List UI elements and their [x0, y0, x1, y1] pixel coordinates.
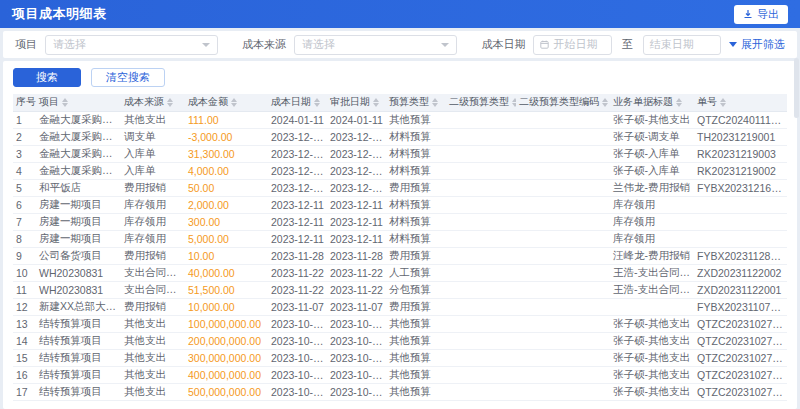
- cell: 2023-12-19: [327, 145, 386, 162]
- cell: 200,000,000.00: [185, 332, 268, 349]
- column-label: 成本金额: [188, 96, 228, 107]
- sort-icon[interactable]: [373, 98, 379, 107]
- cell: 5,000.00: [185, 230, 268, 247]
- date-end-input[interactable]: 结束日期: [643, 35, 721, 55]
- column-header[interactable]: 审批日期: [327, 94, 386, 111]
- cell: 金融大厦采购项目: [36, 145, 121, 162]
- search-button[interactable]: 搜索: [13, 68, 81, 87]
- cell: 支出合同执行: [121, 264, 185, 281]
- table-row[interactable]: 6房建一期项目库存领用2,000.002023-12-112023-12-11材…: [13, 196, 787, 213]
- column-label: 审批日期: [330, 96, 370, 107]
- table-row[interactable]: 3金融大厦采购项目入库单31,300.002023-12-192023-12-1…: [13, 145, 787, 162]
- table-row[interactable]: 7房建一期项目库存领用300.002023-12-112023-12-11材料预…: [13, 213, 787, 230]
- column-header[interactable]: 业务单据标题: [610, 94, 694, 111]
- cell: 其他预算: [386, 111, 446, 128]
- column-header[interactable]: 二级预算类型编码: [516, 94, 610, 111]
- column-header[interactable]: 成本日期: [268, 94, 327, 111]
- table-row[interactable]: 2金融大厦采购项目调支单-3,000.002023-12-192023-12-1…: [13, 128, 787, 145]
- sort-icon[interactable]: [602, 98, 608, 107]
- column-label: 预算类型: [389, 96, 429, 107]
- cell: 5: [13, 179, 36, 196]
- project-select[interactable]: 请选择: [45, 35, 218, 55]
- cell: 王浩-支出合同执行: [610, 281, 694, 298]
- cell: 库存领用: [121, 230, 185, 247]
- cell: 材料预算: [386, 145, 446, 162]
- cell: ZXD20231122001: [694, 281, 787, 298]
- cell: [446, 179, 516, 196]
- vertical-scrollbar[interactable]: [794, 58, 799, 118]
- column-label: 二级预算类型: [449, 96, 509, 107]
- sort-icon[interactable]: [167, 98, 173, 107]
- table-row[interactable]: 14结转预算项目其他支出200,000,000.002023-10-272023…: [13, 332, 787, 349]
- column-header[interactable]: 二级预算类型: [446, 94, 516, 111]
- table-row[interactable]: 5和平饭店费用报销50.002023-12-162023-12-16费用预算兰伟…: [13, 179, 787, 196]
- column-label: 成本来源: [124, 96, 164, 107]
- cell: 其他预算: [386, 383, 446, 400]
- column-header[interactable]: 成本来源: [121, 94, 185, 111]
- cell: 2023-10-27: [327, 349, 386, 366]
- sort-icon[interactable]: [676, 98, 682, 107]
- cell: 张子硕-调支单: [610, 128, 694, 145]
- column-header[interactable]: 项目: [36, 94, 121, 111]
- cell: 金融大厦采购项目: [36, 111, 121, 128]
- cell: ZXD20231122002: [694, 264, 787, 281]
- cell: 张子硕-入库单: [610, 162, 694, 179]
- cell: [446, 281, 516, 298]
- sort-icon[interactable]: [432, 98, 438, 107]
- cell: [516, 315, 610, 332]
- cell: 其他预算: [386, 332, 446, 349]
- cell: 11: [13, 281, 36, 298]
- table-row[interactable]: 4金融大厦采购项目入库单4,000.002023-12-192023-12-19…: [13, 162, 787, 179]
- cell: 100,000,000.00: [185, 315, 268, 332]
- sort-icon[interactable]: [512, 98, 516, 107]
- cell: 兰伟龙-费用报销: [610, 179, 694, 196]
- cell: [446, 213, 516, 230]
- source-select[interactable]: 请选择: [294, 35, 457, 55]
- cell: [516, 196, 610, 213]
- cell: 2023-10-27: [268, 383, 327, 400]
- cell: 张子硕-其他支出: [610, 332, 694, 349]
- cell: 12: [13, 298, 36, 315]
- column-header[interactable]: 序号: [13, 94, 36, 111]
- cell: [446, 298, 516, 315]
- table-row[interactable]: 9公司备货项目费用报销10.002023-11-282023-11-28费用预算…: [13, 247, 787, 264]
- cell: 入库单: [121, 145, 185, 162]
- cell: 400,000,000.00: [185, 366, 268, 383]
- cell: 金融大厦采购项目: [36, 128, 121, 145]
- cell: [516, 145, 610, 162]
- sort-icon[interactable]: [231, 98, 237, 107]
- export-button[interactable]: 导出: [734, 5, 788, 24]
- column-header[interactable]: 预算类型: [386, 94, 446, 111]
- cell: 500,000,000.00: [185, 383, 268, 400]
- table-row[interactable]: 17结转预算项目其他支出500,000,000.002023-10-272023…: [13, 383, 787, 400]
- table-row[interactable]: 11WH20230831支出合同执行51,500.002023-11-22202…: [13, 281, 787, 298]
- table-row[interactable]: 12新建XX总部大厦工程二期费用报销10,000.002023-11-07202…: [13, 298, 787, 315]
- cell: 2023-11-22: [268, 264, 327, 281]
- column-header[interactable]: 成本金额: [185, 94, 268, 111]
- table-row[interactable]: 10WH20230831支出合同执行40,000.002023-11-22202…: [13, 264, 787, 281]
- cell: QTZC20231027002: [694, 366, 787, 383]
- cell: [516, 281, 610, 298]
- sort-icon[interactable]: [720, 98, 726, 107]
- cell: 材料预算: [386, 196, 446, 213]
- source-filter-label: 成本来源: [242, 37, 286, 52]
- table-row[interactable]: 13结转预算项目其他支出100,000,000.002023-10-272023…: [13, 315, 787, 332]
- clear-search-button[interactable]: 清空搜索: [91, 68, 165, 87]
- sort-icon[interactable]: [62, 98, 68, 107]
- cell: 2023-12-11: [268, 213, 327, 230]
- table-row[interactable]: 15结转预算项目其他支出300,000,000.002023-10-272023…: [13, 349, 787, 366]
- table-row[interactable]: 16结转预算项目其他支出400,000,000.002023-10-272023…: [13, 366, 787, 383]
- cell: 其他预算: [386, 366, 446, 383]
- cell: 费用预算: [386, 298, 446, 315]
- cell: 13: [13, 315, 36, 332]
- column-header[interactable]: 单号: [694, 94, 787, 111]
- expand-filter-link[interactable]: 展开筛选: [729, 37, 785, 52]
- expand-filter-label: 展开筛选: [741, 37, 785, 52]
- cell: FYBX20231216001: [694, 179, 787, 196]
- date-start-input[interactable]: 开始日期: [533, 35, 611, 55]
- cell: 14: [13, 332, 36, 349]
- table-row[interactable]: 1金融大厦采购项目其他支出111.002024-01-112024-01-11其…: [13, 111, 787, 128]
- sort-icon[interactable]: [314, 98, 320, 107]
- cell: [446, 383, 516, 400]
- table-row[interactable]: 8房建一期项目库存领用5,000.002023-12-112023-12-11材…: [13, 230, 787, 247]
